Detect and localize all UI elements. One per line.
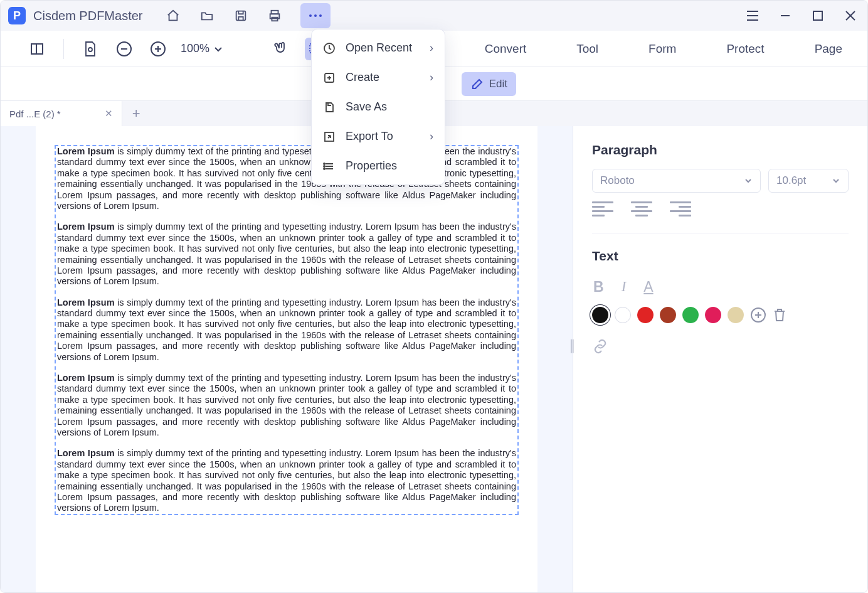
svg-point-18	[324, 168, 325, 169]
color-swatch-black[interactable]	[592, 307, 608, 323]
more-dropdown: Open Recent › Create › Save As Export To…	[311, 29, 445, 185]
svg-point-9	[88, 48, 92, 51]
bold-button[interactable]: B	[593, 279, 604, 296]
menu-save-as[interactable]: Save As	[312, 92, 445, 122]
zoom-value: 100%	[181, 42, 209, 55]
align-center-button[interactable]	[631, 201, 652, 220]
paragraph[interactable]: Lorem Ipsum is simply dummy text of the …	[56, 297, 517, 363]
maximize-button[interactable]	[808, 6, 827, 25]
paragraph[interactable]: Lorem Ipsum is simply dummy text of the …	[56, 448, 517, 513]
color-swatch-beige[interactable]	[728, 307, 744, 323]
more-menu-icon[interactable]	[300, 3, 331, 28]
minimize-button[interactable]	[776, 6, 795, 25]
layout-toggle-icon[interactable]	[26, 38, 48, 60]
menu-label: Export To	[346, 130, 393, 143]
zoom-in-icon[interactable]	[147, 38, 169, 60]
paragraph[interactable]: Lorem Ipsum is simply dummy text of the …	[56, 373, 517, 438]
menu-properties[interactable]: Properties	[312, 151, 445, 181]
window-controls	[743, 6, 860, 25]
paragraph-section-title: Paragraph	[592, 142, 849, 158]
color-swatches	[592, 307, 849, 323]
chevron-right-icon: ›	[430, 71, 433, 84]
font-size-select[interactable]: 10.6pt	[768, 169, 849, 193]
font-family-select[interactable]: Roboto	[592, 169, 761, 193]
doc-tab-title: Pdf ...E (2) *	[9, 109, 61, 119]
svg-point-16	[324, 163, 325, 164]
hand-tool-icon[interactable]	[271, 38, 294, 60]
properties-panel: ║ Paragraph Roboto 10.6pt Text B I A	[573, 126, 867, 593]
svg-point-5	[314, 14, 317, 17]
tab-tool[interactable]: Tool	[576, 42, 598, 56]
menu-label: Save As	[346, 100, 387, 114]
workspace: Lorem Ipsum is simply dummy text of the …	[1, 126, 867, 593]
document-canvas[interactable]: Lorem Ipsum is simply dummy text of the …	[1, 126, 573, 593]
text-section-title: Text	[592, 248, 849, 264]
page-settings-icon[interactable]	[79, 38, 102, 60]
tab-form[interactable]: Form	[648, 42, 676, 56]
menu-label: Properties	[346, 159, 397, 173]
print-icon[interactable]	[267, 8, 283, 24]
selected-text-block[interactable]: Lorem Ipsum is simply dummy text of the …	[55, 145, 519, 515]
delete-color-button[interactable]	[773, 307, 786, 323]
color-swatch-white[interactable]	[615, 307, 631, 323]
color-swatch-red[interactable]	[637, 307, 654, 323]
paragraph[interactable]: Lorem Ipsum is simply dummy text of the …	[56, 222, 517, 287]
edit-mode-button[interactable]: Edit	[462, 72, 516, 96]
close-button[interactable]	[841, 6, 860, 25]
page: Lorem Ipsum is simply dummy text of the …	[36, 126, 537, 593]
add-color-button[interactable]	[750, 307, 766, 323]
svg-point-6	[319, 14, 322, 17]
color-swatch-brown[interactable]	[660, 307, 676, 323]
align-left-button[interactable]	[592, 201, 613, 220]
save-icon[interactable]	[233, 8, 249, 24]
align-right-button[interactable]	[670, 201, 691, 220]
svg-rect-7	[813, 11, 822, 20]
menu-open-recent[interactable]: Open Recent ›	[312, 33, 445, 63]
title-quick-icons	[165, 3, 331, 28]
chevron-right-icon: ›	[430, 130, 433, 143]
separator	[63, 39, 64, 59]
zoom-out-icon[interactable]	[113, 38, 135, 60]
document-tab[interactable]: Pdf ...E (2) * ✕	[1, 101, 122, 126]
add-tab-button[interactable]: +	[122, 105, 151, 122]
app-name: Cisdem PDFMaster	[33, 9, 142, 23]
tab-protect[interactable]: Protect	[726, 42, 764, 56]
tab-page[interactable]: Page	[815, 42, 842, 56]
tab-convert[interactable]: Convert	[485, 42, 527, 56]
menu-export-to[interactable]: Export To ›	[312, 122, 445, 151]
edit-label: Edit	[489, 78, 507, 90]
home-icon[interactable]	[165, 8, 181, 24]
svg-point-4	[309, 14, 312, 17]
main-tabs: Convert Tool Form Protect Page	[485, 42, 842, 56]
svg-rect-0	[236, 11, 246, 21]
underline-button[interactable]: A	[643, 279, 653, 296]
panel-collapse-icon[interactable]: ║	[568, 339, 576, 353]
close-tab-icon[interactable]: ✕	[105, 108, 113, 119]
chevron-right-icon: ›	[430, 41, 433, 55]
paragraph[interactable]: Lorem Ipsum is simply dummy text of the …	[56, 146, 517, 211]
menu-label: Open Recent	[346, 41, 412, 55]
menu-create[interactable]: Create ›	[312, 63, 445, 92]
color-swatch-green[interactable]	[682, 307, 699, 323]
link-button[interactable]	[592, 338, 849, 355]
menu-label: Create	[346, 71, 379, 84]
hamburger-icon[interactable]	[743, 6, 762, 25]
open-folder-icon[interactable]	[199, 8, 215, 24]
zoom-select[interactable]: 100%	[181, 42, 223, 55]
title-bar: P Cisdem PDFMaster	[1, 1, 867, 31]
svg-point-17	[324, 166, 325, 167]
italic-button[interactable]: I	[622, 279, 627, 296]
app-logo: P	[8, 7, 26, 24]
color-swatch-pink[interactable]	[705, 307, 721, 323]
